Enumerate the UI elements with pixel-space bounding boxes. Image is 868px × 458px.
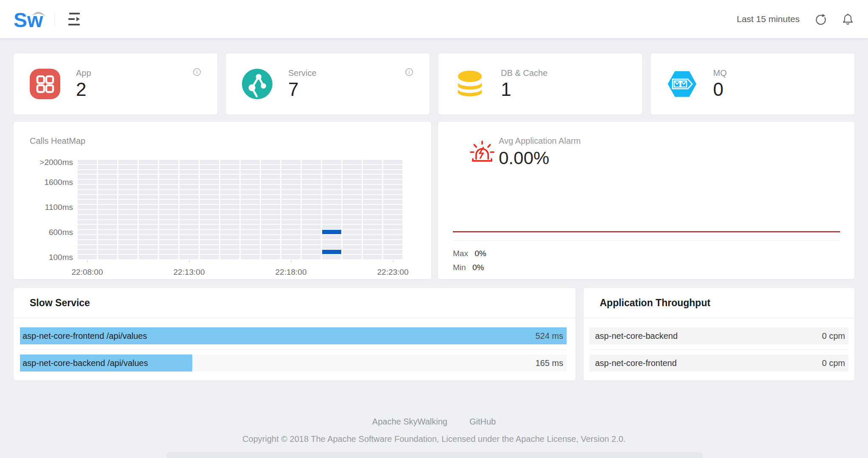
heatmap-cell bbox=[261, 250, 280, 254]
heatmap-cell bbox=[78, 180, 97, 184]
heatmap-cell bbox=[383, 160, 402, 164]
heatmap-cell bbox=[200, 255, 219, 259]
notifications-bell-icon[interactable] bbox=[842, 13, 854, 26]
stat-card-db-cache[interactable]: DB & Cache 1 bbox=[438, 53, 643, 115]
heatmap-cell bbox=[302, 250, 321, 254]
heatmap-cell bbox=[281, 170, 301, 174]
heatmap-cell bbox=[200, 175, 219, 179]
heatmap-cell bbox=[343, 170, 362, 174]
skywalking-logo[interactable]: Sw bbox=[13, 7, 49, 31]
heatmap-cell bbox=[322, 250, 341, 254]
bar-label: asp-net-core-frontend /api/values bbox=[22, 327, 147, 344]
heatmap-cell bbox=[241, 250, 260, 254]
app-grid-icon bbox=[30, 69, 60, 99]
throughput-row[interactable]: asp-net-core-backend0 cpm bbox=[590, 327, 848, 344]
heatmap-cell bbox=[343, 195, 362, 199]
bar-label: asp-net-core-frontend bbox=[595, 355, 677, 371]
heatmap-chart[interactable]: >2000ms1600ms1100ms600ms100ms22:08:0022:… bbox=[78, 160, 402, 259]
heatmap-cell bbox=[302, 195, 321, 199]
heatmap-cell bbox=[363, 175, 382, 179]
heatmap-cell bbox=[159, 215, 178, 219]
heatmap-y-label: 100ms bbox=[49, 253, 73, 262]
copyright-text: Copyright © 2018 The Apache Software Fou… bbox=[0, 434, 868, 444]
heatmap-cell bbox=[220, 160, 239, 164]
heatmap-cell bbox=[200, 220, 219, 224]
heatmap-cell bbox=[302, 160, 321, 164]
heatmap-cell bbox=[78, 160, 97, 164]
throughput-row[interactable]: asp-net-core-frontend0 cpm bbox=[590, 355, 848, 371]
heatmap-cell bbox=[343, 160, 362, 164]
heatmap-cell bbox=[180, 220, 199, 224]
info-icon[interactable]: i bbox=[405, 68, 413, 78]
heatmap-cell bbox=[118, 175, 138, 179]
heatmap-cell bbox=[159, 195, 178, 199]
heatmap-cell bbox=[159, 255, 178, 259]
heatmap-cell bbox=[343, 190, 362, 194]
heatmap-cell bbox=[118, 190, 138, 194]
footer-link-apache-skywalking[interactable]: Apache SkyWalking bbox=[372, 417, 447, 426]
heatmap-cell bbox=[343, 180, 362, 184]
heatmap-cell bbox=[322, 245, 341, 249]
panel-divider bbox=[14, 318, 576, 318]
slow-service-row[interactable]: asp-net-core-frontend /api/values524 ms bbox=[20, 327, 567, 344]
heatmap-cell bbox=[180, 160, 199, 164]
heatmap-cell bbox=[139, 175, 158, 179]
heatmap-cell bbox=[302, 185, 321, 189]
refresh-icon[interactable] bbox=[814, 13, 827, 26]
heatmap-cell bbox=[159, 185, 178, 189]
heatmap-cell bbox=[302, 175, 321, 179]
heatmap-cell bbox=[241, 175, 260, 179]
bar-value: 165 ms bbox=[535, 355, 563, 371]
stat-card-service[interactable]: Service 7 i bbox=[225, 53, 430, 115]
heatmap-cell bbox=[159, 230, 178, 234]
heatmap-cell bbox=[241, 180, 260, 184]
heatmap-cell bbox=[220, 255, 239, 259]
slow-service-row[interactable]: asp-net-core-backend /api/values165 ms bbox=[20, 355, 567, 371]
heatmap-cell bbox=[200, 250, 219, 254]
bottom-panel-edge bbox=[167, 452, 702, 458]
heatmap-cell bbox=[159, 205, 178, 209]
heatmap-cell bbox=[200, 205, 219, 209]
heatmap-cell bbox=[180, 245, 199, 249]
heatmap-cell bbox=[78, 205, 97, 209]
heatmap-cell bbox=[383, 175, 402, 179]
heatmap-cell bbox=[220, 215, 239, 219]
heatmap-cell bbox=[78, 170, 97, 174]
time-range-selector[interactable]: Last 15 minutes bbox=[737, 14, 800, 24]
menu-fold-icon[interactable] bbox=[68, 13, 80, 25]
heatmap-cell bbox=[343, 230, 362, 234]
stat-card-app[interactable]: App 2 i bbox=[13, 53, 218, 115]
footer-links: Apache SkyWalkingGitHub bbox=[0, 417, 868, 427]
heatmap-cell bbox=[363, 250, 382, 254]
heatmap-cell bbox=[220, 220, 239, 224]
heatmap-cell bbox=[281, 210, 301, 214]
heatmap-cell bbox=[139, 160, 158, 164]
heatmap-cell bbox=[302, 215, 321, 219]
heatmap-cell bbox=[98, 190, 117, 194]
heatmap-cell bbox=[322, 175, 341, 179]
heatmap-cell bbox=[343, 165, 362, 169]
info-icon[interactable]: i bbox=[193, 68, 201, 78]
heatmap-cell bbox=[322, 195, 341, 199]
heatmap-cell bbox=[200, 235, 219, 239]
stat-card-mq[interactable]: MQ 0 bbox=[650, 53, 855, 115]
heatmap-y-label: >2000ms bbox=[39, 158, 73, 167]
heatmap-cell bbox=[383, 220, 402, 224]
alarm-siren-icon bbox=[469, 140, 495, 168]
heatmap-cell bbox=[159, 235, 178, 239]
heatmap-cell bbox=[363, 245, 382, 249]
heatmap-cell bbox=[180, 225, 199, 229]
heatmap-cell bbox=[118, 215, 138, 219]
heatmap-cell bbox=[139, 165, 158, 169]
heatmap-cell bbox=[241, 210, 260, 214]
heatmap-cell bbox=[118, 220, 138, 224]
heatmap-cell bbox=[78, 190, 97, 194]
footer-link-github[interactable]: GitHub bbox=[469, 417, 496, 426]
heatmap-cell bbox=[281, 235, 301, 239]
heatmap-cell bbox=[98, 165, 117, 169]
heatmap-cell bbox=[322, 205, 341, 209]
heatmap-cell bbox=[261, 195, 280, 199]
heatmap-cell bbox=[363, 205, 382, 209]
heatmap-cell bbox=[261, 165, 280, 169]
heatmap-cell bbox=[220, 180, 239, 184]
